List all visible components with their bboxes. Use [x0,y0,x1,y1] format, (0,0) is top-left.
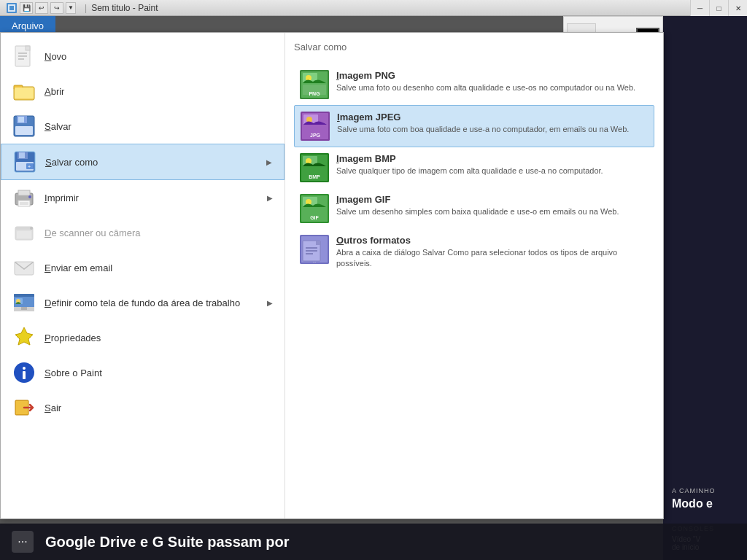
dropdown-btn[interactable]: ▼ [66,2,76,14]
svg-rect-23 [18,201,30,206]
svg-rect-4 [26,46,30,50]
svg-rect-66 [316,241,320,245]
menu-label-abrir: Abrir [44,86,273,97]
menu-left-panel: Novo Abrir Salv [1,33,285,518]
save-quick-btn[interactable]: 💾 [20,2,33,14]
svg-rect-33 [14,294,34,297]
undo-btn[interactable]: ↩ [35,2,48,14]
svg-text:JPG: JPG [310,133,321,138]
imprimir-arrow: ▶ [267,194,273,202]
svg-point-39 [23,367,26,370]
menu-label-sair: Sair [44,402,273,413]
news-bar: ··· Google Drive e G Suite passam por [0,524,747,560]
menu-item-salvar-como[interactable]: + Salvar como ▶ [1,144,285,180]
menu-item-abrir[interactable]: Abrir [1,74,285,109]
news-dots-button[interactable]: ··· [12,531,34,553]
svg-rect-10 [15,88,34,98]
svg-rect-28 [17,231,31,238]
svg-text:GIF: GIF [310,215,319,220]
menu-item-propriedades[interactable]: Propriedades [1,320,285,355]
menu-item-scanner: De scanner ou câmera [1,215,285,250]
svg-rect-2 [9,6,14,10]
novo-icon [12,44,36,68]
sair-icon [12,396,36,419]
menu-item-wallpaper[interactable]: Definir como tela de fundo da área de tr… [1,285,285,320]
salvar-como-arrow: ▶ [266,158,272,166]
right-bg-panel: A CAMINHO Modo e CONSOLES Vídeo "V de in… [663,16,747,560]
redo-btn[interactable]: ↪ [50,2,63,14]
menu-label-salvar-como: Salvar como [45,157,258,168]
submenu-text-png: Imagem PNG Salve uma foto ou desenho com… [336,70,635,93]
menu-item-email[interactable]: Enviar em email [1,250,285,285]
outros-format-icon: ... [300,235,329,264]
menu-item-imprimir[interactable]: Imprimir ▶ [1,180,285,215]
menu-item-salvar[interactable]: Salvar [1,109,285,144]
submenu-item-bmp[interactable]: BMP Imagem BMP Salve qualquer tipo de im… [294,147,654,188]
window-title: Sem titulo - Paint [91,3,158,13]
menu-item-novo[interactable]: Novo [1,39,285,74]
svg-rect-40 [23,371,26,379]
submenu-text-bmp: Imagem BMP Salve qualquer tipo de imagem… [336,153,603,176]
gif-format-icon: GIF [300,194,329,223]
submenu-item-png[interactable]: PNG Imagem PNG Salve uma foto ou desenho… [294,64,654,105]
abrir-icon [12,79,36,103]
menu-right-panel: Salvar como PNG Imagem PNG Salve uma fot… [285,33,663,518]
bmp-format-icon: BMP [300,153,329,182]
submenu-item-gif[interactable]: GIF Imagem GIF Salve um desenho simples … [294,188,654,229]
news-text: Google Drive e G Suite passam por [45,534,290,551]
menu-label-wallpaper: Definir como tela de fundo da área de tr… [44,298,258,308]
svg-rect-14 [15,126,33,135]
svg-text:BMP: BMP [309,174,320,179]
right-bg-title: Modo e [672,497,738,510]
right-bg-label-top: A CAMINHO [672,487,738,494]
svg-rect-37 [21,307,27,310]
menu-label-scanner: De scanner ou câmera [44,228,273,238]
submenu-text-jpeg: Imagem JPEG Salve uma foto com boa quali… [337,112,629,135]
menu-label-imprimir: Imprimir [44,192,258,203]
title-bar: 💾 ↩ ↪ ▼ | Sem titulo - Paint ─ □ ✕ [0,0,747,16]
svg-rect-22 [18,190,30,195]
menu-label-propriedades: Propriedades [44,332,273,343]
sobre-icon [12,361,36,384]
wallpaper-icon [12,291,36,314]
scanner-icon [12,221,36,244]
app-icon [6,2,18,14]
salvar-icon [12,114,36,138]
submenu-text-outros: Outros formatos Abra a caixa de diálogo … [336,235,649,270]
svg-rect-13 [18,117,24,122]
main-menu: Novo Abrir Salv [0,32,664,519]
svg-text:+: + [28,164,31,169]
minimize-btn[interactable]: ─ [690,0,709,16]
menu-item-sair[interactable]: Sair [1,390,285,425]
wallpaper-arrow: ▶ [267,299,273,307]
menu-label-sobre: Sobre o Paint [44,368,273,378]
png-format-icon: PNG [300,70,329,99]
salvar-como-icon: + [13,150,36,174]
submenu-title: Salvar como [294,42,654,55]
menu-label-email: Enviar em email [44,262,273,273]
submenu-text-gif: Imagem GIF Salve um desenho simples com … [336,194,619,217]
submenu-item-jpeg[interactable]: JPG Imagem JPEG Salve uma foto com boa q… [294,105,654,147]
svg-rect-17 [19,152,25,158]
imprimir-icon [12,186,36,209]
svg-text:PNG: PNG [309,91,320,96]
maximize-btn[interactable]: □ [709,0,728,16]
menu-item-sobre[interactable]: Sobre o Paint [1,355,285,390]
menu-label-salvar: Salvar [44,121,273,132]
email-icon [12,256,36,279]
jpg-format-icon: JPG [301,112,330,141]
menu-label-novo: Novo [44,51,273,62]
svg-text:...: ... [312,259,316,263]
svg-point-30 [30,227,33,230]
propriedades-icon [12,326,36,349]
svg-point-26 [28,195,31,198]
close-btn[interactable]: ✕ [728,0,747,16]
submenu-item-outros[interactable]: ... Outros formatos Abra a caixa de diál… [294,229,654,276]
